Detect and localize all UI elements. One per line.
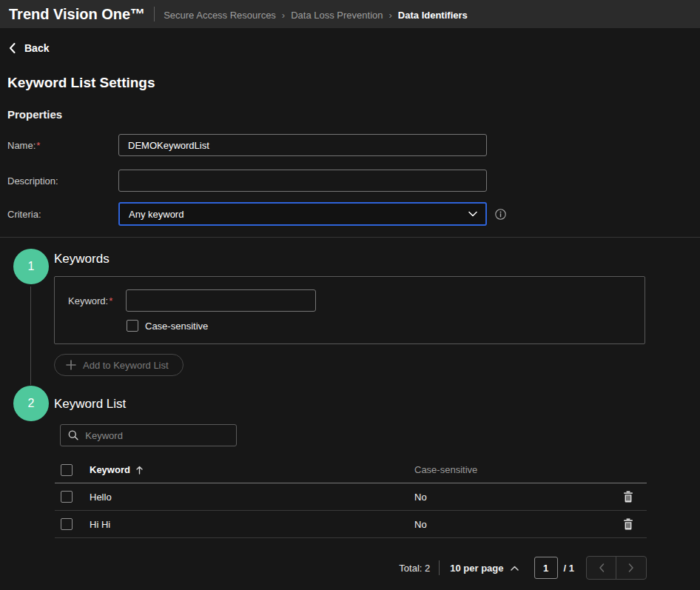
keyword-list-settings-page: { "header": { "logo": "Trend Vision One™… [0,0,700,590]
name-label: Name:* [7,140,118,151]
next-page-button[interactable] [616,557,646,579]
criteria-label: Criteria: [7,209,118,220]
row-keyword-value: Hello [90,492,414,503]
add-to-keyword-list-button[interactable]: Add to Keyword List [54,354,184,376]
criteria-selected-value: Any keyword [129,209,184,220]
chevron-left-icon [9,43,16,53]
description-form-row: Description: [7,170,693,192]
description-input[interactable] [118,170,487,192]
description-label: Description: [7,175,118,187]
keyword-entry-panel: Keyword:* Case-sensitive [54,276,645,344]
keyword-search-box [60,424,237,446]
breadcrumb-item-secure-access-resources[interactable]: Secure Access Resources [164,10,276,21]
pagination-divider [439,560,440,575]
keyword-input[interactable] [126,289,316,312]
search-icon [68,429,78,441]
column-header-case-sensitive[interactable]: Case-sensitive [414,464,647,475]
row-keyword-value: Hi Hi [90,519,414,530]
info-icon [495,209,506,220]
chevron-down-icon [468,211,477,217]
page-nav-button-group [586,556,647,580]
select-all-checkbox[interactable] [61,464,73,476]
chevron-up-icon [511,566,519,571]
step-connector-line [30,286,31,385]
chevron-right-icon [628,563,634,572]
delete-row-button[interactable] [623,491,633,503]
total-count-label: Total: 2 [399,563,430,574]
table-row: Hi Hi No [55,511,647,538]
chevron-left-icon [599,563,605,572]
name-input[interactable] [118,134,487,156]
table-row: Hello No [55,483,647,511]
step-1-badge: 1 [13,249,49,284]
breadcrumb-separator: › [389,10,392,21]
topbar-divider [154,7,155,21]
delete-row-button[interactable] [623,518,633,530]
current-page-input[interactable]: 1 [534,557,558,579]
per-page-selector[interactable]: 10 per page [450,563,518,574]
sort-ascending-icon [136,466,143,475]
breadcrumb-separator: › [282,10,285,21]
previous-page-button[interactable] [587,557,616,579]
back-button[interactable]: Back [9,42,49,54]
trash-icon [623,491,633,503]
breadcrumb-item-data-loss-prevention[interactable]: Data Loss Prevention [291,10,383,21]
step-2-badge: 2 [13,386,49,421]
criteria-select[interactable]: Any keyword [118,202,487,226]
back-label: Back [24,42,49,54]
keywords-section-title: Keywords [54,238,693,266]
per-page-label: 10 per page [450,563,503,574]
pagination-bar: Total: 2 10 per page 1 / 1 [55,556,647,580]
criteria-info-button[interactable] [495,209,506,220]
row-checkbox[interactable] [61,518,73,530]
case-sensitive-checkbox[interactable] [127,320,138,332]
properties-heading: Properties [7,108,693,121]
page-content: Back Keyword List Settings Properties Na… [0,28,700,590]
column-header-keyword[interactable]: Keyword [90,464,414,475]
keyword-table: Keyword Case-sensitive Hello No [55,457,647,538]
row-case-sensitive-value: No [414,492,623,503]
keyword-list-section-title: Keyword List [54,397,693,412]
page-title: Keyword List Settings [7,75,693,91]
required-asterisk: * [109,295,112,306]
breadcrumb: Secure Access Resources › Data Loss Prev… [164,10,468,21]
required-asterisk: * [36,140,40,151]
breadcrumb-item-data-identifiers: Data Identifiers [398,10,468,21]
name-form-row: Name:* [7,134,693,156]
add-button-label: Add to Keyword List [83,360,169,371]
table-header-row: Keyword Case-sensitive [55,457,647,483]
top-app-bar: Trend Vision One™ Secure Access Resource… [0,0,700,28]
trash-icon [623,518,633,530]
plus-icon [66,360,76,370]
row-checkbox[interactable] [61,491,73,503]
page-total-label: / 1 [564,563,574,574]
steps-container: 1 2 Keywords Keyword:* Case-sensitive [7,238,693,590]
row-case-sensitive-value: No [414,519,623,530]
criteria-form-row: Criteria: Any keyword [7,202,693,226]
keyword-label: Keyword:* [68,289,126,332]
app-logo: Trend Vision One™ [9,6,145,23]
case-sensitive-label: Case-sensitive [145,321,208,332]
keyword-search-input[interactable] [85,430,229,441]
